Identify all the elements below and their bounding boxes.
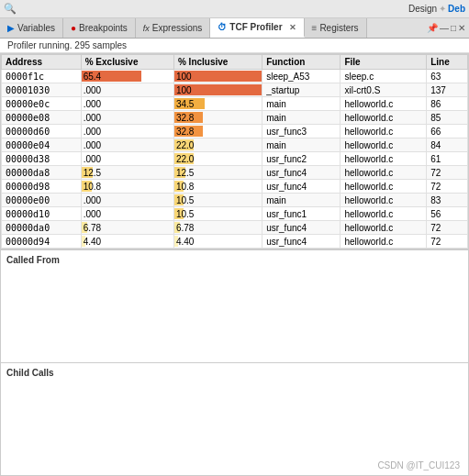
cell-file: helloworld.c (341, 180, 427, 194)
cell-line: 72 (427, 180, 468, 194)
cell-function: usr_func4 (262, 180, 341, 194)
cell-inclusive: 12.5 (173, 166, 262, 180)
cell-address: 00000e08 (2, 111, 82, 125)
cell-line: 56 (427, 207, 468, 221)
cell-line: 86 (427, 97, 468, 111)
table-row[interactable]: 00000d944.404.40usr_func4helloworld.c72 (2, 235, 468, 249)
watermark: CSDN @IT_CUI123 (377, 460, 460, 470)
cell-exclusive: .000 (81, 138, 173, 152)
breakpoints-tab-icon: ● (71, 23, 76, 33)
col-header-file: File (341, 55, 427, 70)
cell-file: helloworld.c (341, 97, 427, 111)
tab-variables[interactable]: ▶ Variables (0, 18, 63, 38)
cell-inclusive: 34.5 (173, 97, 262, 111)
tcf-profiler-tab-close-icon[interactable]: ✕ (289, 23, 296, 32)
cell-function: _startup (262, 83, 341, 97)
cell-address: 00000d98 (2, 180, 82, 194)
cell-inclusive: 6.78 (173, 221, 262, 235)
cell-function: usr_func3 (262, 125, 341, 138)
tab-registers[interactable]: ≡ Registers (305, 18, 367, 38)
tab-breakpoints[interactable]: ● Breakpoints (63, 18, 136, 38)
cell-exclusive: 65.4 (81, 70, 173, 83)
cell-line: 85 (427, 111, 468, 125)
tab-tcf-profiler[interactable]: ⏱ TCF Profiler ✕ (210, 18, 304, 38)
close-icon[interactable]: ✕ (458, 23, 465, 33)
col-header-inclusive[interactable]: % Inclusive (173, 55, 262, 70)
design-tab[interactable]: Design (408, 4, 437, 14)
cell-exclusive: .000 (81, 125, 173, 138)
cell-function: usr_func1 (262, 207, 341, 221)
cell-address: 00000d60 (2, 125, 82, 138)
table-row[interactable]: 00000d60.00032.8usr_func3helloworld.c66 (2, 125, 468, 138)
cell-line: 84 (427, 138, 468, 152)
table-row[interactable]: 00000d38.00022.0usr_func2helloworld.c61 (2, 152, 468, 166)
cell-address: 00000e00 (2, 194, 82, 207)
col-header-address: Address (2, 55, 82, 70)
cell-inclusive: 10.5 (173, 194, 262, 207)
pin-icon[interactable]: 📌 (427, 23, 438, 33)
table-row[interactable]: 00000e04.00022.0mainhelloworld.c84 (2, 138, 468, 152)
table-row[interactable]: 0000f1c65.4100sleep_A53sleep.c63 (2, 70, 468, 83)
profiler-table-wrapper: Address % Exclusive % Inclusive Function… (1, 54, 468, 249)
cell-exclusive: .000 (81, 83, 173, 97)
cell-exclusive: .000 (81, 194, 173, 207)
cell-file: helloworld.c (341, 207, 427, 221)
profiler-table: Address % Exclusive % Inclusive Function… (1, 54, 468, 249)
tab-bar: ▶ Variables ● Breakpoints fx Expressions… (0, 18, 469, 39)
cell-function: usr_func4 (262, 235, 341, 249)
top-bar: 🔍 Design ✦ Deb (0, 0, 469, 18)
cell-line: 137 (427, 83, 468, 97)
table-row[interactable]: 00001030.000100_startupxil-crt0.S137 (2, 83, 468, 97)
table-row[interactable]: 00000e08.00032.8mainhelloworld.c85 (2, 111, 468, 125)
breakpoints-tab-label: Breakpoints (79, 23, 128, 33)
cell-address: 00000d38 (2, 152, 82, 166)
cell-exclusive: .000 (81, 111, 173, 125)
cell-exclusive: 10.8 (81, 180, 173, 194)
tab-expressions[interactable]: fx Expressions (136, 18, 210, 38)
cell-exclusive: .000 (81, 152, 173, 166)
search-icon[interactable]: 🔍 (4, 3, 17, 15)
cell-file: helloworld.c (341, 152, 427, 166)
debug-tab[interactable]: Deb (448, 4, 465, 14)
cell-line: 83 (427, 194, 468, 207)
cell-function: sleep_A53 (262, 70, 341, 83)
cell-file: helloworld.c (341, 125, 427, 138)
variables-tab-label: Variables (17, 23, 55, 33)
cell-address: 00001030 (2, 83, 82, 97)
cell-function: main (262, 97, 341, 111)
cell-line: 61 (427, 152, 468, 166)
col-header-function: Function (262, 55, 341, 70)
cell-inclusive: 32.8 (173, 125, 262, 138)
table-row[interactable]: 00000da06.786.78usr_func4helloworld.c72 (2, 221, 468, 235)
child-calls-content (6, 380, 463, 435)
cell-file: helloworld.c (341, 111, 427, 125)
cell-inclusive: 100 (173, 70, 262, 83)
registers-tab-icon: ≡ (312, 23, 318, 33)
top-bar-left: 🔍 (4, 3, 17, 15)
cell-address: 0000f1c (2, 70, 82, 83)
child-calls-panel: Child Calls (1, 362, 468, 475)
cell-function: usr_func4 (262, 166, 341, 180)
table-row[interactable]: 00000e00.00010.5mainhelloworld.c83 (2, 194, 468, 207)
cell-file: helloworld.c (341, 235, 427, 249)
table-row[interactable]: 00000d9810.810.8usr_func4helloworld.c72 (2, 180, 468, 194)
cell-inclusive: 10.5 (173, 207, 262, 221)
cell-address: 00000da0 (2, 221, 82, 235)
expressions-tab-icon: fx (143, 24, 150, 33)
cell-inclusive: 22.0 (173, 152, 262, 166)
design-debug-tabs: Design ✦ Deb (408, 4, 465, 14)
cell-inclusive: 32.8 (173, 111, 262, 125)
cell-line: 72 (427, 221, 468, 235)
table-row[interactable]: 00000da812.512.5usr_func4helloworld.c72 (2, 166, 468, 180)
cell-address: 00000da8 (2, 166, 82, 180)
col-header-exclusive[interactable]: % Exclusive (81, 55, 173, 70)
cell-file: helloworld.c (341, 166, 427, 180)
table-row[interactable]: 00000e0c.00034.5mainhelloworld.c86 (2, 97, 468, 111)
table-row[interactable]: 00000d10.00010.5usr_func1helloworld.c56 (2, 207, 468, 221)
maximize-icon[interactable]: □ (451, 23, 456, 33)
tcf-profiler-tab-icon: ⏱ (218, 22, 227, 32)
expressions-tab-label: Expressions (152, 23, 202, 33)
minimize-icon[interactable]: — (440, 23, 449, 33)
cell-inclusive: 10.8 (173, 180, 262, 194)
cell-function: main (262, 138, 341, 152)
